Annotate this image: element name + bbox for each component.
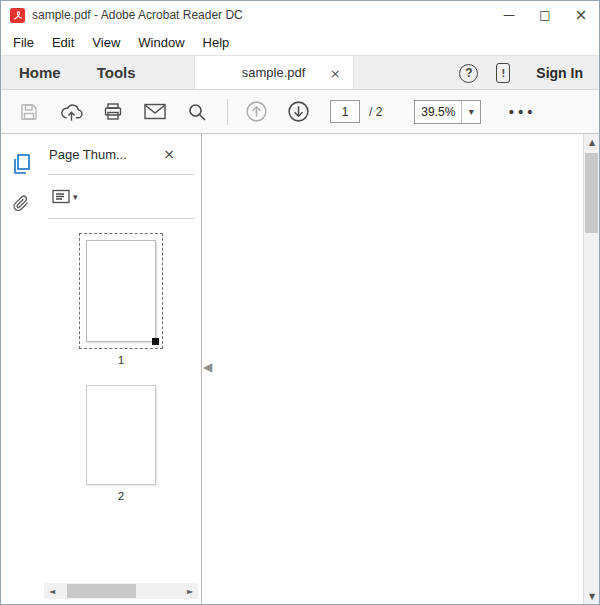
zoom-control[interactable]: 39.5% ▾ bbox=[414, 100, 481, 124]
panel-close-icon[interactable]: × bbox=[163, 146, 175, 162]
panel-title: Page Thum... bbox=[49, 147, 127, 162]
printer-icon bbox=[103, 102, 123, 122]
panel-horizontal-scrollbar[interactable]: ◄ ► bbox=[44, 583, 198, 599]
scroll-left-icon[interactable]: ◄ bbox=[44, 583, 60, 599]
options-list-icon bbox=[52, 189, 70, 204]
envelope-icon bbox=[144, 103, 166, 120]
maximize-button[interactable]: □ bbox=[527, 1, 563, 29]
save-icon bbox=[19, 102, 39, 122]
tab-close-icon[interactable]: × bbox=[330, 65, 341, 80]
document-view[interactable]: ◀ bbox=[201, 134, 583, 604]
previous-page-button[interactable] bbox=[240, 96, 272, 128]
options-dropdown-icon: ▾ bbox=[73, 192, 78, 202]
tab-home[interactable]: Home bbox=[1, 56, 79, 89]
paperclip-icon bbox=[12, 193, 30, 213]
more-tools-button[interactable]: ••• bbox=[507, 104, 535, 120]
thumbnail-page-2-label: 2 bbox=[118, 490, 124, 502]
navigation-rail bbox=[1, 134, 41, 604]
sign-in-button[interactable]: Sign In bbox=[528, 65, 583, 81]
thumbnail-options-button[interactable]: ▾ bbox=[52, 189, 78, 204]
menu-view[interactable]: View bbox=[83, 35, 129, 50]
arrow-up-circle-icon bbox=[244, 99, 269, 124]
attachments-rail-button[interactable] bbox=[8, 190, 34, 216]
main-toolbar: / 2 39.5% ▾ ••• bbox=[1, 89, 599, 134]
search-button[interactable] bbox=[181, 96, 213, 128]
vscroll-thumb[interactable] bbox=[585, 153, 598, 233]
email-button[interactable] bbox=[139, 96, 171, 128]
hscroll-thumb[interactable] bbox=[67, 584, 135, 598]
next-page-button[interactable] bbox=[282, 96, 314, 128]
hscroll-track[interactable] bbox=[60, 583, 182, 599]
acrobat-reader-window: sample.pdf - Adobe Acrobat Reader DC — □… bbox=[0, 0, 600, 605]
cloud-upload-icon bbox=[60, 102, 83, 122]
scroll-down-icon[interactable]: ▼ bbox=[584, 588, 600, 604]
tab-tools[interactable]: Tools bbox=[79, 56, 154, 89]
page-number-input[interactable] bbox=[330, 100, 360, 123]
help-icon[interactable]: ? bbox=[459, 64, 478, 83]
menu-help[interactable]: Help bbox=[194, 35, 239, 50]
close-button[interactable]: × bbox=[563, 1, 599, 29]
scroll-right-icon[interactable]: ► bbox=[182, 583, 198, 599]
arrow-down-circle-icon bbox=[286, 99, 311, 124]
thumbnail-page-2[interactable] bbox=[86, 385, 156, 485]
notification-icon[interactable]: ! bbox=[496, 63, 510, 83]
print-button[interactable] bbox=[97, 96, 129, 128]
panel-collapse-icon[interactable]: ◀ bbox=[203, 360, 212, 374]
thumbnail-page-1[interactable] bbox=[79, 233, 163, 349]
document-vertical-scrollbar[interactable]: ▲ ▼ bbox=[583, 134, 599, 604]
menu-edit[interactable]: Edit bbox=[43, 35, 83, 50]
window-controls: — □ × bbox=[491, 1, 599, 29]
window-title: sample.pdf - Adobe Acrobat Reader DC bbox=[32, 8, 243, 22]
minimize-button[interactable]: — bbox=[491, 1, 527, 29]
page-thumbnails-icon bbox=[11, 153, 32, 175]
pdf-file-icon bbox=[10, 8, 25, 23]
thumbnail-list: 1 2 bbox=[41, 219, 201, 502]
thumbnail-page-1-label: 1 bbox=[118, 354, 124, 366]
toolbar-separator bbox=[227, 99, 228, 125]
tab-document[interactable]: sample.pdf × bbox=[194, 56, 354, 89]
menu-bar: File Edit View Window Help bbox=[1, 29, 599, 55]
title-bar: sample.pdf - Adobe Acrobat Reader DC — □… bbox=[1, 1, 599, 29]
thumbnail-page-1-preview bbox=[86, 240, 156, 342]
share-upload-button[interactable] bbox=[55, 96, 87, 128]
tab-document-label: sample.pdf bbox=[242, 65, 306, 80]
search-icon bbox=[187, 102, 207, 122]
tabbar-right-cluster: ? ! Sign In bbox=[459, 56, 599, 90]
page-thumbnails-panel: Page Thum... × ▾ 1 2 ◄ bbox=[41, 134, 201, 604]
menu-file[interactable]: File bbox=[4, 35, 43, 50]
zoom-value: 39.5% bbox=[415, 101, 461, 123]
page-thumbnails-rail-button[interactable] bbox=[8, 151, 34, 177]
zoom-dropdown-icon[interactable]: ▾ bbox=[461, 101, 480, 123]
page-count-label: / 2 bbox=[369, 105, 382, 119]
save-button[interactable] bbox=[13, 96, 45, 128]
tab-bar: Home Tools sample.pdf × ? ! Sign In bbox=[1, 55, 599, 89]
menu-window[interactable]: Window bbox=[129, 35, 193, 50]
scroll-up-icon[interactable]: ▲ bbox=[584, 134, 600, 150]
thumbnail-resize-handle[interactable] bbox=[152, 338, 159, 345]
panel-header: Page Thum... × bbox=[41, 134, 201, 174]
panel-options-row: ▾ bbox=[41, 175, 201, 218]
